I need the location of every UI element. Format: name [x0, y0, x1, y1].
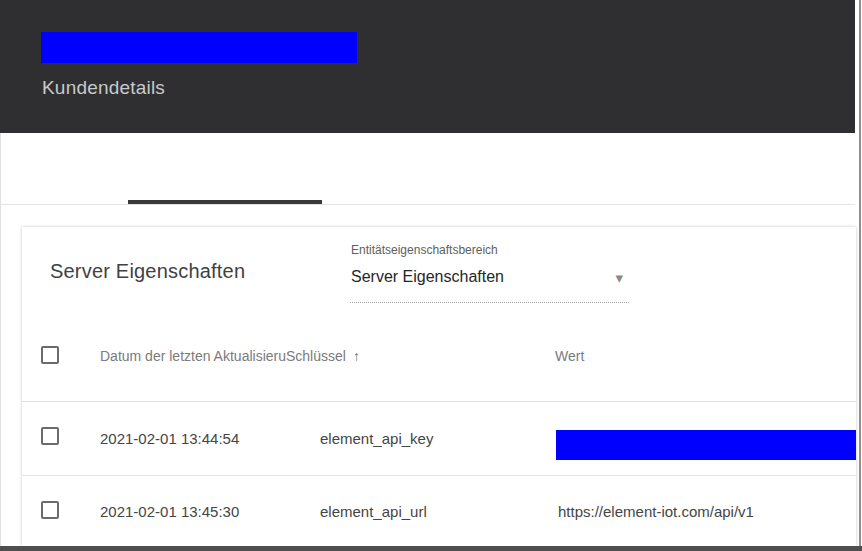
cell-key: element_api_key [320, 430, 433, 447]
attribute-scope-select[interactable]: Entitätseigenschaftsbereich Server Eigen… [350, 241, 629, 303]
attributes-panel: Server Eigenschaften Entitätseigenschaft… [22, 227, 856, 546]
column-header-last-update[interactable]: Datum der letzten Aktualisieru [100, 348, 286, 364]
dropdown-arrow-icon: ▾ [615, 269, 623, 287]
cell-last-update: 2021-02-01 13:44:54 [100, 430, 239, 447]
entity-header: Kundendetails [0, 0, 855, 133]
row-divider [22, 475, 856, 476]
window-right-border [859, 0, 861, 551]
scope-select-underline [350, 302, 629, 303]
column-header-key-label: Schlüssel [286, 348, 346, 364]
window-bottom-border [0, 546, 862, 551]
panel-title: Server Eigenschaften [50, 260, 245, 283]
cell-last-update: 2021-02-01 13:45:30 [100, 503, 239, 520]
row-divider [22, 401, 856, 402]
scope-select-label: Entitätseigenschaftsbereich [351, 243, 498, 257]
tab-bar: Details Eigenschaften Neueste Telemetrie… [1, 133, 855, 205]
sort-asc-icon: ↑ [353, 348, 360, 364]
row-checkbox[interactable] [41, 501, 59, 519]
active-tab-indicator [128, 200, 322, 204]
cell-value: https://element-iot.com/api/v1 [558, 503, 754, 520]
scope-select-value: Server Eigenschaften [351, 268, 504, 286]
column-header-key[interactable]: Schlüssel↑ [286, 348, 360, 364]
column-header-value[interactable]: Wert [555, 348, 584, 364]
row-checkbox[interactable] [41, 427, 59, 445]
select-all-checkbox[interactable] [41, 346, 59, 364]
customer-details-window: Kundendetails Details Eigenschaften Neue… [0, 0, 862, 551]
cell-key: element_api_url [320, 503, 427, 520]
entity-subtitle: Kundendetails [42, 77, 165, 99]
redacted-value-block [556, 430, 856, 460]
table-header-row: Datum der letzten AktualisieruSchlüssel↑ [100, 348, 360, 364]
window-left-border [0, 133, 1, 546]
redacted-entity-title-block [41, 32, 357, 63]
